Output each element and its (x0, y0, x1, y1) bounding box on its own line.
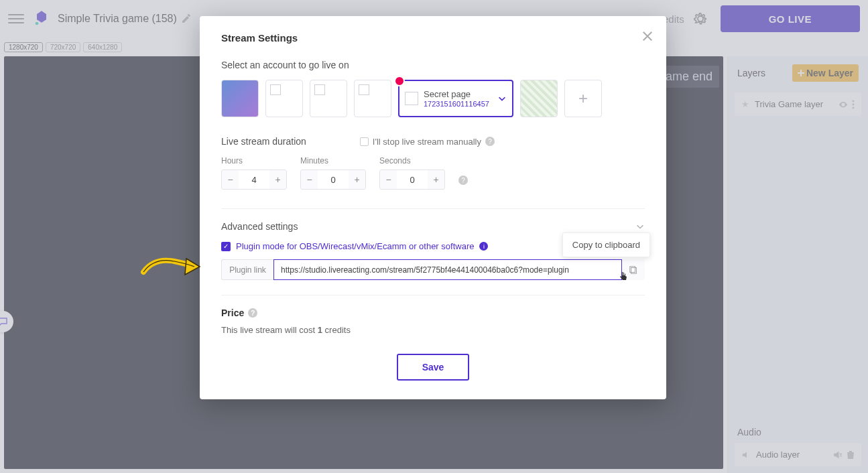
account-list: Secret page 1723151601116457 + (221, 80, 645, 117)
add-account-button[interactable]: + (564, 80, 602, 117)
plugin-link-label: Plugin link (221, 259, 273, 280)
decrement-button[interactable]: − (380, 170, 397, 189)
duration-label: Live stream duration (221, 136, 306, 147)
account-tile[interactable] (354, 80, 391, 117)
seconds-stepper: − + (379, 170, 445, 190)
price-label: Price (221, 308, 244, 318)
account-id: 1723151601116457 (424, 100, 489, 108)
decrement-button[interactable]: − (222, 170, 239, 189)
copy-icon (629, 265, 638, 275)
plugin-link-input[interactable] (273, 259, 622, 280)
copy-button[interactable] (622, 259, 645, 280)
decrement-button[interactable]: − (301, 170, 318, 189)
hours-label: Hours (221, 156, 287, 165)
annotation-arrow-icon (141, 252, 201, 281)
checkbox-checked-icon: ✓ (221, 242, 231, 251)
modal-overlay[interactable]: Stream Settings Select an account to go … (0, 0, 868, 473)
manual-stop-checkbox[interactable]: I'll stop live stream manually ? (360, 137, 495, 147)
increment-button[interactable]: + (349, 170, 365, 189)
account-tile[interactable] (265, 80, 303, 117)
close-icon[interactable] (641, 29, 654, 43)
account-tile[interactable] (310, 80, 347, 117)
checkbox-icon (360, 137, 369, 146)
increment-button[interactable]: + (428, 170, 444, 189)
seconds-input[interactable] (397, 170, 428, 189)
help-icon[interactable]: ? (485, 137, 495, 146)
increment-button[interactable]: + (269, 170, 286, 189)
select-account-label: Select an account to go live on (221, 60, 645, 70)
advanced-settings-toggle[interactable]: Advanced settings (221, 221, 645, 232)
help-icon[interactable]: ? (458, 176, 468, 185)
account-tile[interactable] (520, 80, 558, 117)
seconds-label: Seconds (379, 156, 445, 165)
copy-tooltip: Copy to clipboard (562, 232, 650, 257)
hours-stepper: − + (221, 170, 287, 190)
minutes-input[interactable] (318, 170, 349, 189)
modal-title: Stream Settings (221, 32, 645, 44)
account-tile[interactable] (221, 80, 259, 117)
account-tile-selected[interactable]: Secret page 1723151601116457 (398, 80, 513, 117)
account-name: Secret page (424, 89, 489, 100)
notification-badge-icon (394, 76, 405, 86)
minutes-label: Minutes (300, 156, 366, 165)
save-button[interactable]: Save (397, 354, 470, 381)
info-icon[interactable]: i (479, 242, 488, 251)
price-text: This live stream will cost 1 credits (221, 325, 645, 335)
hours-input[interactable] (239, 170, 269, 189)
help-icon[interactable]: ? (248, 308, 257, 318)
chevron-down-icon (497, 94, 507, 103)
chevron-down-icon (635, 222, 645, 231)
minutes-stepper: − + (300, 170, 366, 190)
stream-settings-modal: Stream Settings Select an account to go … (200, 16, 666, 399)
